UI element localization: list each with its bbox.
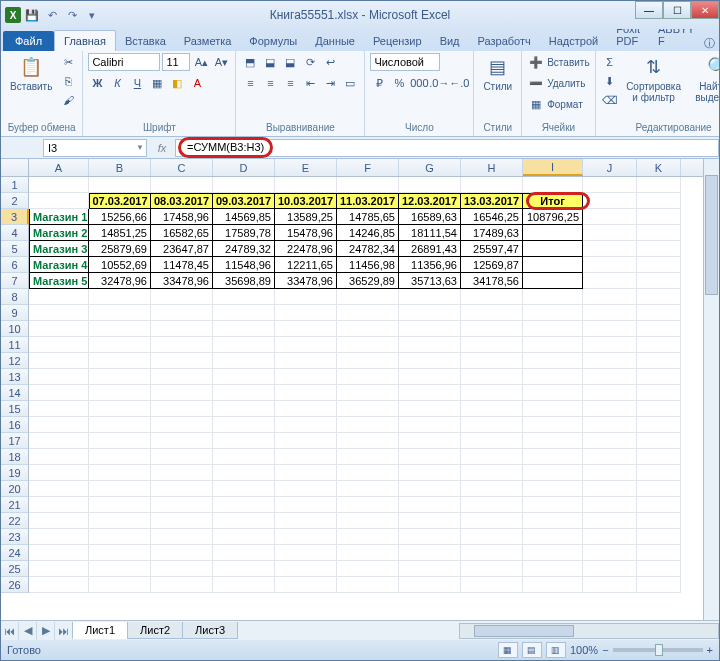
cell[interactable] [523,273,583,289]
cell[interactable] [337,417,399,433]
font-size-combo[interactable]: 11 [162,53,190,71]
cell[interactable] [151,545,213,561]
cell[interactable] [637,577,681,593]
cell[interactable]: 10.03.2017 [275,193,337,209]
cell[interactable]: 13.03.2017 [461,193,523,209]
cell[interactable] [337,305,399,321]
font-name-combo[interactable]: Calibri [88,53,160,71]
cell[interactable] [523,369,583,385]
cell[interactable]: 16582,65 [151,225,213,241]
col-A[interactable]: A [29,159,89,176]
cell[interactable] [151,401,213,417]
zoom-in-icon[interactable]: + [707,644,713,656]
row-17[interactable]: 17 [1,433,29,449]
cell[interactable] [637,369,681,385]
sheet-nav-first-icon[interactable]: ⏮ [1,622,19,640]
cell[interactable] [637,321,681,337]
cell[interactable] [583,561,637,577]
cell[interactable]: 14569,85 [213,209,275,225]
row-9[interactable]: 9 [1,305,29,321]
inc-decimal-icon[interactable]: .0→ [430,74,448,92]
cell[interactable] [523,497,583,513]
cell[interactable] [29,369,89,385]
cell[interactable] [275,497,337,513]
cell[interactable] [29,321,89,337]
row-16[interactable]: 16 [1,417,29,433]
row-12[interactable]: 12 [1,353,29,369]
view-pagebreak-icon[interactable]: ▥ [546,642,566,658]
cell[interactable] [523,529,583,545]
cell[interactable] [275,177,337,193]
tab-view[interactable]: Вид [431,31,469,51]
cell[interactable] [523,449,583,465]
cell[interactable] [29,561,89,577]
cell[interactable] [29,529,89,545]
cell[interactable] [337,369,399,385]
ribbon-minimize-icon[interactable]: ⓘ [704,36,715,51]
cell[interactable] [461,529,523,545]
cell[interactable] [89,401,151,417]
cell[interactable] [461,513,523,529]
cell[interactable] [399,433,461,449]
cell[interactable] [399,337,461,353]
cell[interactable] [461,497,523,513]
cell[interactable] [461,177,523,193]
cell[interactable] [583,369,637,385]
col-E[interactable]: E [275,159,337,176]
cell[interactable] [583,497,637,513]
cell[interactable] [337,353,399,369]
cell[interactable] [151,177,213,193]
cell[interactable] [29,433,89,449]
cell[interactable] [29,401,89,417]
cell[interactable] [275,417,337,433]
cell[interactable] [399,369,461,385]
cell[interactable] [461,577,523,593]
indent-dec-icon[interactable]: ⇤ [301,74,319,92]
view-normal-icon[interactable]: ▦ [498,642,518,658]
merge-icon[interactable]: ▭ [341,74,359,92]
cell[interactable] [337,545,399,561]
cell[interactable] [89,513,151,529]
tab-data[interactable]: Данные [306,31,364,51]
cell[interactable]: 14851,25 [89,225,151,241]
cell[interactable]: 16589,63 [399,209,461,225]
cell[interactable] [89,561,151,577]
cell[interactable] [151,353,213,369]
cell[interactable] [151,385,213,401]
cell[interactable]: 12211,65 [275,257,337,273]
cell[interactable] [637,225,681,241]
namebox-dropdown-icon[interactable]: ▼ [136,143,144,152]
cell[interactable]: 11456,98 [337,257,399,273]
cell[interactable]: 15256,66 [89,209,151,225]
cell[interactable] [523,561,583,577]
cut-icon[interactable]: ✂ [59,53,77,71]
cell[interactable] [637,337,681,353]
cell[interactable] [337,321,399,337]
cell[interactable] [151,481,213,497]
cell[interactable] [583,513,637,529]
sheet-nav-next-icon[interactable]: ▶ [37,622,55,640]
row-4[interactable]: 4 [1,225,29,241]
cell[interactable] [213,449,275,465]
cell[interactable] [89,289,151,305]
cell[interactable]: Магазин 5 [29,273,89,289]
cell[interactable] [213,529,275,545]
cell[interactable]: Магазин 1 [29,209,89,225]
shrink-font-icon[interactable]: A▾ [212,53,230,71]
cell[interactable] [275,337,337,353]
cell[interactable]: 33478,96 [275,273,337,289]
cell[interactable] [275,353,337,369]
cell[interactable] [637,177,681,193]
fx-icon[interactable]: fx [153,139,171,157]
cell[interactable] [213,369,275,385]
cell[interactable] [213,305,275,321]
cell[interactable] [461,545,523,561]
cell[interactable] [151,369,213,385]
tab-review[interactable]: Рецензир [364,31,431,51]
sheet-tab-3[interactable]: Лист3 [182,622,238,639]
cell[interactable] [637,305,681,321]
cell[interactable] [337,337,399,353]
tab-home[interactable]: Главная [54,30,116,51]
cell[interactable] [583,577,637,593]
cell[interactable] [275,369,337,385]
